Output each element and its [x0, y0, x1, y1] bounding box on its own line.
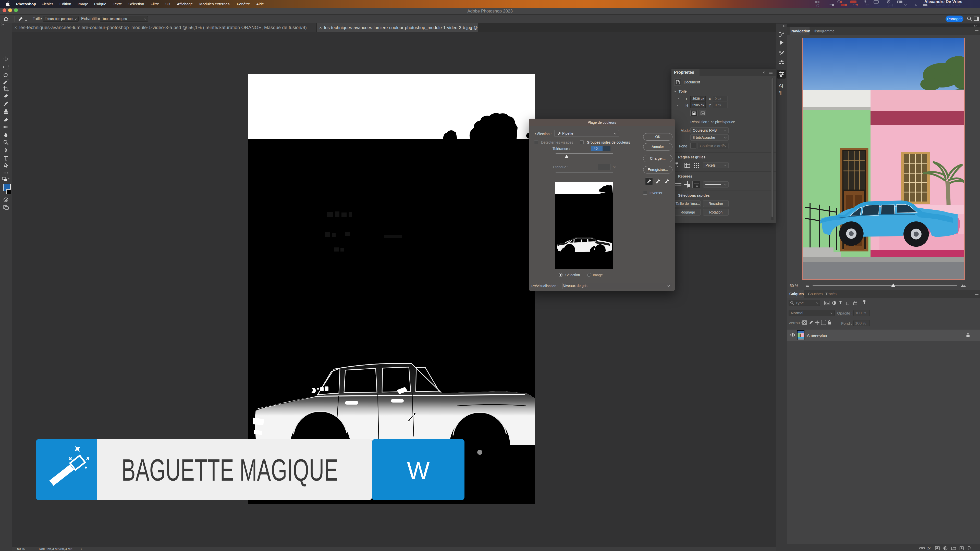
svg-text:A|: A|	[779, 83, 783, 88]
svg-text:¶: ¶	[779, 90, 782, 95]
